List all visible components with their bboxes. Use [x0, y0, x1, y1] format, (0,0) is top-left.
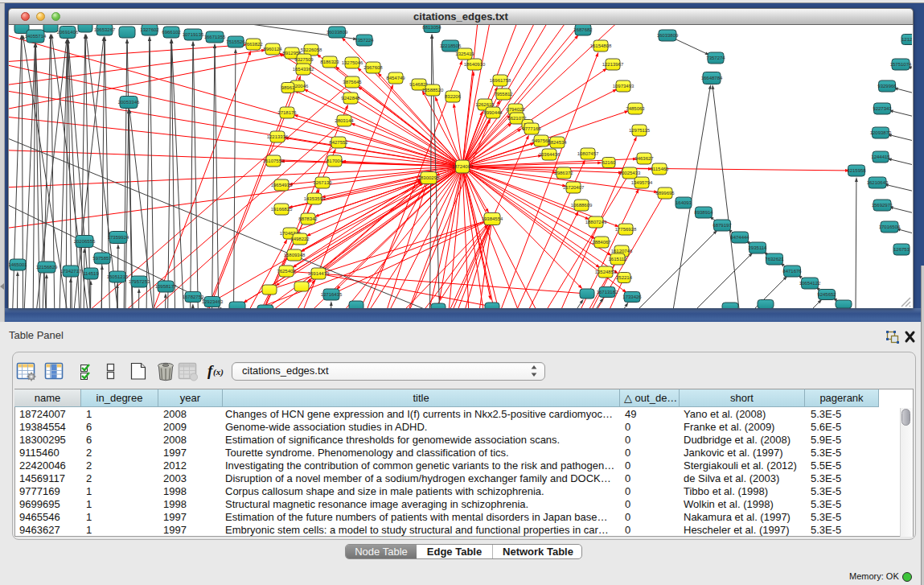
svg-text:7515526: 7515526 [226, 39, 245, 44]
svg-text:10025433: 10025433 [619, 171, 641, 175]
svg-text:8471676: 8471676 [782, 269, 802, 274]
svg-text:18640910: 18640910 [464, 62, 486, 67]
svg-text:10973493: 10973493 [613, 84, 634, 89]
svg-text:16033809: 16033809 [657, 33, 679, 38]
svg-text:17957253: 17957253 [129, 279, 150, 284]
svg-text:7663822: 7663822 [244, 42, 263, 47]
svg-text:8813054: 8813054 [422, 25, 441, 30]
svg-text:1325419: 1325419 [455, 51, 474, 56]
svg-text:9242848: 9242848 [341, 96, 360, 101]
svg-text:19654933: 19654933 [271, 183, 293, 187]
svg-text:9227343: 9227343 [873, 106, 892, 111]
svg-text:9474444: 9474444 [730, 235, 749, 240]
svg-text:16713182: 16713182 [597, 290, 618, 295]
svg-text:13716435: 13716435 [321, 292, 343, 297]
svg-text:8427552: 8427552 [329, 140, 348, 145]
svg-text:3267130: 3267130 [313, 180, 332, 185]
svg-text:121218: 121218 [901, 37, 912, 42]
svg-text:1733426: 1733426 [622, 295, 642, 299]
svg-text:15051215: 15051215 [107, 274, 129, 279]
svg-text:6966102: 6966102 [162, 30, 181, 35]
svg-text:9463627: 9463627 [634, 156, 654, 161]
svg-text:98961: 98961 [281, 85, 295, 90]
svg-text:16107552: 16107552 [263, 159, 285, 163]
svg-text:15692971: 15692971 [872, 203, 893, 208]
svg-text:13495794: 13495794 [631, 180, 653, 185]
svg-text:18807249: 18807249 [585, 220, 607, 225]
svg-text:8454749: 8454749 [386, 76, 405, 80]
svg-text:1262615: 1262615 [475, 102, 495, 107]
svg-text:17756928: 17756928 [615, 227, 637, 232]
svg-text:12923463: 12923463 [202, 299, 224, 304]
svg-text:6879197: 6879197 [713, 223, 732, 228]
svg-text:16648784: 16648784 [701, 76, 723, 80]
svg-text:2967608: 2967608 [363, 65, 383, 70]
svg-text:16033809: 16033809 [326, 30, 348, 35]
svg-text:13588520: 13588520 [422, 88, 444, 93]
svg-text:18300295: 18300295 [418, 175, 440, 180]
svg-text:20053346: 20053346 [118, 100, 140, 105]
svg-text:20206555: 20206555 [74, 239, 96, 244]
svg-text:1615112: 1615112 [609, 257, 628, 262]
svg-text:7955812: 7955812 [494, 92, 513, 97]
svg-text:12156829: 12156829 [36, 265, 58, 270]
svg-text:8938914: 8938914 [694, 210, 713, 215]
svg-text:18724007: 18724007 [452, 164, 474, 169]
svg-text:13275046: 13275046 [342, 60, 363, 65]
svg-text:10807457: 10807457 [577, 151, 599, 156]
svg-text:16961758: 16961758 [490, 78, 511, 83]
svg-text:9327509: 9327509 [294, 57, 314, 62]
svg-text:15809348: 15809348 [284, 253, 306, 257]
svg-text:1498222: 1498222 [290, 237, 310, 241]
svg-text:10688609: 10688609 [571, 203, 593, 208]
svg-text:114519: 114519 [83, 271, 99, 276]
svg-text:12213336: 12213336 [267, 134, 289, 139]
svg-text:2986372: 2986372 [554, 171, 573, 175]
svg-text:2687682: 2687682 [573, 27, 593, 32]
svg-text:9245652: 9245652 [817, 292, 836, 297]
svg-text:7357274: 7357274 [706, 56, 725, 60]
svg-text:15751074: 15751074 [890, 62, 912, 67]
svg-text:14055714: 14055714 [25, 34, 47, 39]
svg-text:20691406: 20691406 [57, 30, 79, 35]
svg-text:2803144: 2803144 [335, 118, 354, 123]
svg-text:8186323: 8186323 [320, 60, 339, 64]
svg-text:16671355: 16671355 [204, 35, 226, 39]
svg-text:126753: 126753 [893, 247, 910, 252]
svg-text:16210643: 16210643 [867, 180, 889, 185]
svg-text:2884067: 2884067 [592, 240, 611, 245]
svg-text:252214: 252214 [616, 275, 633, 280]
svg-text:8960124: 8960124 [263, 47, 282, 51]
svg-text:17016504: 17016504 [879, 225, 901, 229]
svg-text:9777169: 9777169 [522, 126, 541, 131]
svg-text:20364436: 20364436 [539, 152, 561, 157]
svg-text:17359924: 17359924 [108, 235, 129, 240]
svg-text:8878342: 8878342 [298, 216, 318, 221]
svg-text:10958177: 10958177 [155, 284, 177, 289]
svg-text:19166825: 19166825 [271, 207, 293, 212]
svg-text:817004: 817004 [326, 159, 343, 163]
svg-text:164093: 164093 [676, 200, 692, 205]
svg-text:5975857: 5975857 [92, 256, 112, 261]
svg-text:16120746: 16120746 [611, 249, 633, 253]
svg-text:7632621: 7632621 [765, 257, 784, 262]
svg-text:16914479: 16914479 [308, 271, 330, 276]
svg-text:16543362: 16543362 [293, 67, 314, 72]
svg-text:17342717: 17342717 [60, 269, 82, 274]
svg-text:19384554: 19384554 [482, 216, 503, 221]
svg-text:16154808: 16154808 [590, 43, 612, 48]
svg-text:53226058: 53226058 [301, 47, 322, 52]
svg-text:10653267: 10653267 [94, 27, 116, 32]
svg-text:10719135: 10719135 [183, 32, 204, 37]
svg-text:12093873: 12093873 [870, 130, 892, 135]
svg-text:7625402: 7625402 [277, 269, 296, 274]
svg-text:9115460: 9115460 [651, 167, 670, 171]
svg-text:7357224: 7357224 [355, 38, 374, 43]
svg-text:12213967: 12213967 [602, 62, 624, 67]
svg-text:6899695: 6899695 [655, 191, 675, 196]
svg-text:7485063: 7485063 [626, 106, 645, 111]
svg-text:1327602: 1327602 [140, 27, 159, 32]
svg-text:3875645: 3875645 [343, 80, 362, 84]
svg-text:9329966: 9329966 [877, 84, 897, 89]
svg-text:2935114: 2935114 [749, 245, 768, 250]
